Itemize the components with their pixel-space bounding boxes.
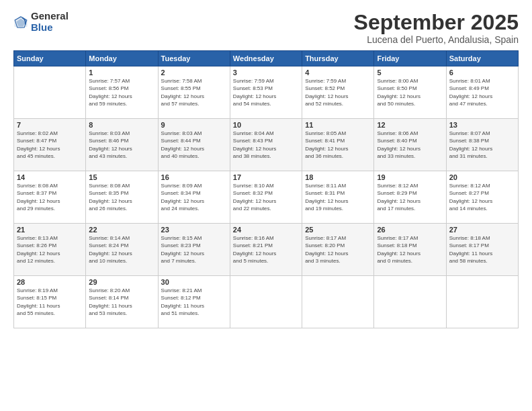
- day-number: 30: [161, 278, 227, 286]
- table-row: 1Sunrise: 7:57 AM Sunset: 8:56 PM Daylig…: [86, 66, 158, 119]
- day-number: 22: [89, 226, 154, 234]
- day-detail: Sunrise: 8:20 AM Sunset: 8:14 PM Dayligh…: [89, 287, 154, 317]
- day-detail: Sunrise: 8:06 AM Sunset: 8:40 PM Dayligh…: [377, 130, 443, 160]
- calendar-subtitle: Lucena del Puerto, Andalusia, Spain: [354, 34, 519, 45]
- table-row: 30Sunrise: 8:21 AM Sunset: 8:12 PM Dayli…: [158, 276, 230, 328]
- day-number: 1: [89, 68, 154, 77]
- header-saturday: Saturday: [446, 51, 518, 66]
- calendar-week-row: 1Sunrise: 7:57 AM Sunset: 8:56 PM Daylig…: [14, 66, 519, 119]
- day-number: 7: [17, 121, 83, 129]
- day-number: 18: [305, 173, 371, 181]
- table-row: 23Sunrise: 8:15 AM Sunset: 8:23 PM Dayli…: [158, 224, 230, 276]
- day-number: 26: [377, 226, 443, 234]
- day-detail: Sunrise: 8:14 AM Sunset: 8:24 PM Dayligh…: [89, 234, 154, 265]
- day-detail: Sunrise: 8:09 AM Sunset: 8:34 PM Dayligh…: [161, 182, 227, 212]
- table-row: 16Sunrise: 8:09 AM Sunset: 8:34 PM Dayli…: [158, 171, 230, 224]
- day-detail: Sunrise: 8:15 AM Sunset: 8:23 PM Dayligh…: [161, 234, 227, 265]
- table-row: 27Sunrise: 8:18 AM Sunset: 8:17 PM Dayli…: [446, 224, 518, 276]
- day-number: 27: [449, 226, 515, 234]
- day-detail: Sunrise: 8:12 AM Sunset: 8:27 PM Dayligh…: [449, 182, 515, 212]
- day-detail: Sunrise: 7:59 AM Sunset: 8:52 PM Dayligh…: [305, 77, 371, 107]
- day-detail: Sunrise: 7:57 AM Sunset: 8:56 PM Dayligh…: [89, 77, 154, 107]
- table-row: 2Sunrise: 7:58 AM Sunset: 8:55 PM Daylig…: [158, 66, 230, 119]
- day-number: 5: [377, 68, 443, 77]
- day-detail: Sunrise: 8:13 AM Sunset: 8:26 PM Dayligh…: [17, 234, 83, 265]
- table-row: 6Sunrise: 8:01 AM Sunset: 8:49 PM Daylig…: [446, 66, 518, 119]
- day-number: 16: [161, 173, 227, 181]
- day-detail: Sunrise: 8:17 AM Sunset: 8:20 PM Dayligh…: [305, 234, 371, 265]
- calendar-week-row: 14Sunrise: 8:08 AM Sunset: 8:37 PM Dayli…: [14, 171, 519, 224]
- day-detail: Sunrise: 8:00 AM Sunset: 8:50 PM Dayligh…: [377, 77, 443, 107]
- day-detail: Sunrise: 8:18 AM Sunset: 8:17 PM Dayligh…: [449, 234, 515, 265]
- day-detail: Sunrise: 8:03 AM Sunset: 8:44 PM Dayligh…: [161, 130, 227, 160]
- day-number: 19: [377, 173, 443, 181]
- day-number: 20: [449, 173, 515, 181]
- table-row: 5Sunrise: 8:00 AM Sunset: 8:50 PM Daylig…: [374, 66, 446, 119]
- day-number: 21: [17, 226, 83, 234]
- day-number: 3: [233, 68, 299, 77]
- day-detail: Sunrise: 8:01 AM Sunset: 8:49 PM Dayligh…: [449, 77, 515, 107]
- calendar-week-row: 7Sunrise: 8:02 AM Sunset: 8:47 PM Daylig…: [14, 119, 519, 171]
- day-detail: Sunrise: 8:03 AM Sunset: 8:46 PM Dayligh…: [89, 130, 154, 160]
- day-detail: Sunrise: 8:07 AM Sunset: 8:38 PM Dayligh…: [449, 130, 515, 160]
- day-detail: Sunrise: 7:59 AM Sunset: 8:53 PM Dayligh…: [233, 77, 299, 107]
- day-number: 24: [233, 226, 299, 234]
- day-number: 17: [233, 173, 299, 181]
- table-row: 11Sunrise: 8:05 AM Sunset: 8:41 PM Dayli…: [302, 119, 374, 171]
- table-row: 17Sunrise: 8:10 AM Sunset: 8:32 PM Dayli…: [230, 171, 302, 224]
- logo: General Blue: [13, 11, 69, 33]
- day-number: 25: [305, 226, 371, 234]
- calendar-title: September 2025: [354, 11, 519, 34]
- day-detail: Sunrise: 8:16 AM Sunset: 8:21 PM Dayligh…: [233, 234, 299, 265]
- table-row: 25Sunrise: 8:17 AM Sunset: 8:20 PM Dayli…: [302, 224, 374, 276]
- table-row: 20Sunrise: 8:12 AM Sunset: 8:27 PM Dayli…: [446, 171, 518, 224]
- day-number: 4: [305, 68, 371, 77]
- table-row: [14, 66, 86, 119]
- table-row: 3Sunrise: 7:59 AM Sunset: 8:53 PM Daylig…: [230, 66, 302, 119]
- day-detail: Sunrise: 7:58 AM Sunset: 8:55 PM Dayligh…: [161, 77, 227, 107]
- day-number: 8: [89, 121, 154, 129]
- day-detail: Sunrise: 8:02 AM Sunset: 8:47 PM Dayligh…: [17, 130, 83, 160]
- weekday-header-row: Sunday Monday Tuesday Wednesday Thursday…: [14, 51, 519, 66]
- calendar-week-row: 28Sunrise: 8:19 AM Sunset: 8:15 PM Dayli…: [14, 276, 519, 328]
- header: General Blue September 2025 Lucena del P…: [13, 11, 519, 45]
- logo-blue-label: Blue: [31, 22, 69, 34]
- day-number: 6: [449, 68, 515, 77]
- header-thursday: Thursday: [302, 51, 374, 66]
- header-tuesday: Tuesday: [158, 51, 230, 66]
- header-sunday: Sunday: [14, 51, 86, 66]
- table-row: 7Sunrise: 8:02 AM Sunset: 8:47 PM Daylig…: [14, 119, 86, 171]
- day-number: 12: [377, 121, 443, 129]
- table-row: [374, 276, 446, 328]
- table-row: 21Sunrise: 8:13 AM Sunset: 8:26 PM Dayli…: [14, 224, 86, 276]
- table-row: [230, 276, 302, 328]
- day-detail: Sunrise: 8:04 AM Sunset: 8:43 PM Dayligh…: [233, 130, 299, 160]
- header-friday: Friday: [374, 51, 446, 66]
- table-row: 10Sunrise: 8:04 AM Sunset: 8:43 PM Dayli…: [230, 119, 302, 171]
- logo-general-label: General: [31, 11, 69, 22]
- day-number: 13: [449, 121, 515, 129]
- day-detail: Sunrise: 8:05 AM Sunset: 8:41 PM Dayligh…: [305, 130, 371, 160]
- day-number: 15: [89, 173, 154, 181]
- header-monday: Monday: [86, 51, 158, 66]
- table-row: 24Sunrise: 8:16 AM Sunset: 8:21 PM Dayli…: [230, 224, 302, 276]
- day-number: 11: [305, 121, 371, 129]
- table-row: 9Sunrise: 8:03 AM Sunset: 8:44 PM Daylig…: [158, 119, 230, 171]
- day-detail: Sunrise: 8:12 AM Sunset: 8:29 PM Dayligh…: [377, 182, 443, 212]
- page: General Blue September 2025 Lucena del P…: [0, 0, 532, 411]
- table-row: 8Sunrise: 8:03 AM Sunset: 8:46 PM Daylig…: [86, 119, 158, 171]
- day-number: 14: [17, 173, 83, 181]
- table-row: 14Sunrise: 8:08 AM Sunset: 8:37 PM Dayli…: [14, 171, 86, 224]
- day-detail: Sunrise: 8:11 AM Sunset: 8:31 PM Dayligh…: [305, 182, 371, 212]
- day-detail: Sunrise: 8:08 AM Sunset: 8:37 PM Dayligh…: [17, 182, 83, 212]
- day-number: 9: [161, 121, 227, 129]
- table-row: 12Sunrise: 8:06 AM Sunset: 8:40 PM Dayli…: [374, 119, 446, 171]
- day-detail: Sunrise: 8:10 AM Sunset: 8:32 PM Dayligh…: [233, 182, 299, 212]
- logo-text: General Blue: [31, 11, 69, 33]
- table-row: 29Sunrise: 8:20 AM Sunset: 8:14 PM Dayli…: [86, 276, 158, 328]
- day-detail: Sunrise: 8:17 AM Sunset: 8:18 PM Dayligh…: [377, 234, 443, 265]
- title-block: September 2025 Lucena del Puerto, Andalu…: [354, 11, 519, 45]
- day-detail: Sunrise: 8:21 AM Sunset: 8:12 PM Dayligh…: [161, 287, 227, 317]
- day-detail: Sunrise: 8:08 AM Sunset: 8:35 PM Dayligh…: [89, 182, 154, 212]
- table-row: 13Sunrise: 8:07 AM Sunset: 8:38 PM Dayli…: [446, 119, 518, 171]
